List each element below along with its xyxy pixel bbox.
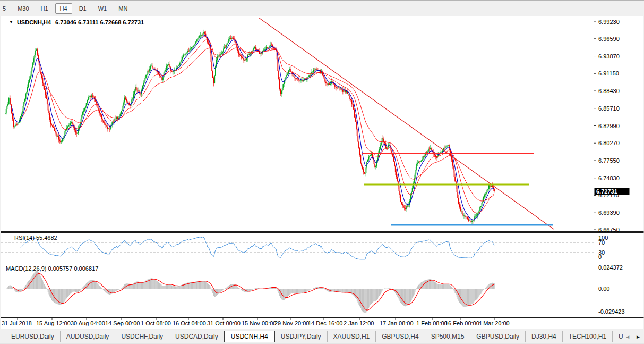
time-axis-label: 30 Aug 04:00 xyxy=(71,320,105,326)
time-axis-label: 1 Oct 08:00 xyxy=(141,320,171,326)
time-axis-label: 16 Feb 00:00 xyxy=(445,320,479,326)
chart-ohlc-values: 6.73046 6.73111 6.72668 6.72731 xyxy=(55,19,144,26)
axis-label: 6.69390 xyxy=(598,209,620,216)
rsi-scale-label: 70 xyxy=(598,239,605,246)
price-chart[interactable]: 6.992306.965906.938706.911506.884306.857… xyxy=(0,0,644,344)
tab-usdcnh-h4[interactable]: USDCNH,H4 xyxy=(224,331,275,342)
macd-scale-label: -0.029423 xyxy=(598,308,625,315)
time-axis-label: 14 Sep 00:00 xyxy=(105,320,140,326)
tab-eurusd-daily[interactable]: EURUSD,Daily xyxy=(5,331,60,342)
macd-indicator-label: MACD(12,26,9) 0.005757 0.006817 xyxy=(6,265,98,272)
timeframe-m15-partial[interactable]: 5 xyxy=(0,3,11,14)
macd-scale-label: 0.00 xyxy=(598,286,609,292)
tab-usdcad-daily[interactable]: USDCAD,Daily xyxy=(169,331,224,342)
timeframe-toolbar: 5 M30 H1 H4 D1 W1 MN xyxy=(0,0,644,16)
time-axis-label: 29 Nov 20:00 xyxy=(274,320,309,326)
time-axis-label: 15 Nov 00:00 xyxy=(242,320,276,326)
axis-label: 6.74830 xyxy=(598,175,620,181)
time-axis-label: 15 Aug 12:00 xyxy=(36,320,71,326)
time-axis-label: 4 Mar 20:00 xyxy=(478,320,510,326)
axis-label: 6.77550 xyxy=(598,157,620,164)
macd-scale-label: 0.024372 xyxy=(598,264,623,271)
time-axis-label: 31 Jul 2018 xyxy=(2,320,32,326)
toolbar-separator xyxy=(141,3,141,14)
tab-sp500-m15[interactable]: SP500,M15 xyxy=(425,331,470,342)
time-axis-label: 17 Jan 08:00 xyxy=(380,320,414,326)
axis-label: 6.80270 xyxy=(598,140,620,146)
chart-symbol-period: USDCNH,H4 xyxy=(17,19,51,26)
tab-audusd-daily[interactable]: AUDUSD,Daily xyxy=(60,331,115,342)
time-axis-label: 1 Feb 08:00 xyxy=(416,320,448,326)
tab-scroll-right-icon[interactable]: ► xyxy=(636,334,641,340)
tab-xauusd-h1[interactable]: XAUUSD,H1 xyxy=(327,331,376,342)
time-axis-label: 31 Oct 00:00 xyxy=(207,320,241,326)
time-axis-label: 14 Dec 16:00 xyxy=(308,320,342,326)
axis-label: 6.85710 xyxy=(598,105,620,112)
tab-usdjpy-daily[interactable]: USDJPY,Daily xyxy=(275,331,327,342)
timeframe-w1[interactable]: W1 xyxy=(93,3,112,14)
rsi-indicator-label: RSI(14) 55.4682 xyxy=(14,234,57,241)
time-axis-label: 2 Jan 12:00 xyxy=(344,320,374,326)
tab-gbpusd-daily[interactable]: GBPUSD,Daily xyxy=(470,331,525,342)
axis-label: 6.82990 xyxy=(598,123,620,129)
timeframe-mn[interactable]: MN xyxy=(114,3,132,14)
timeframe-d1[interactable]: D1 xyxy=(74,3,91,14)
axis-label: 6.93870 xyxy=(598,53,620,60)
rsi-scale-label: 0 xyxy=(598,254,602,260)
tab-dj30-h4[interactable]: DJ30,H4 xyxy=(525,331,562,342)
tab-scroll-left-icon[interactable]: ◄ xyxy=(625,334,630,340)
timeframe-m30[interactable]: M30 xyxy=(13,3,33,14)
axis-label: 6.91150 xyxy=(598,70,619,77)
axis-label: 6.88430 xyxy=(598,88,620,94)
axis-label: 6.96590 xyxy=(598,36,620,42)
time-axis-label: 16 Oct 04:00 xyxy=(173,320,206,326)
tab-scroll-controls: ◄ ► xyxy=(623,330,644,343)
tab-tech100-h1[interactable]: TECH100,H1 xyxy=(562,331,612,342)
axis-label: 6.66750 xyxy=(598,226,620,233)
tab-gbpusd-h4[interactable]: GBPUSD,H4 xyxy=(375,331,424,342)
timeframe-h1[interactable]: H1 xyxy=(36,3,53,14)
timeframe-h4[interactable]: H4 xyxy=(55,3,72,14)
chart-title: ▼USDCNH,H46.73046 6.73111 6.72668 6.7273… xyxy=(9,19,144,26)
current-price-value: 6.72731 xyxy=(596,188,617,195)
chart-dropdown-icon[interactable]: ▼ xyxy=(9,20,13,24)
tab-usdchf-daily[interactable]: USDCHF,Daily xyxy=(115,331,169,342)
chart-tabs-bar: EURUSD,Daily AUDUSD,Daily USDCHF,Daily U… xyxy=(0,330,644,344)
axis-label: 6.99230 xyxy=(598,19,620,25)
